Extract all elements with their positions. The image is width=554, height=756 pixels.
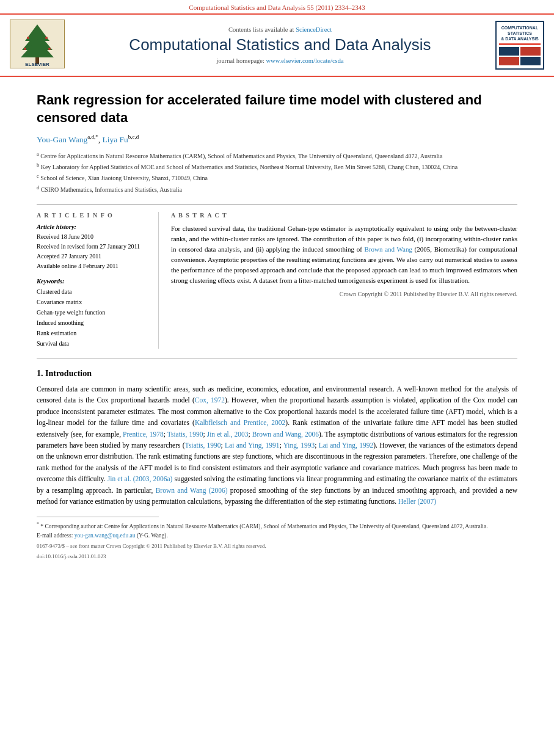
article-info-heading: A R T I C L E I N F O: [37, 212, 150, 219]
csda-cell-3: [499, 57, 519, 65]
abstract-heading: A B S T R A C T: [171, 212, 517, 219]
received-line: Received 18 June 2010: [37, 232, 150, 242]
footnote-divider: [37, 517, 159, 517]
doi-line: doi:10.1016/j.csda.2011.01.023: [37, 553, 517, 561]
keyword-3: Gehan-type weight function: [37, 307, 150, 318]
section1-title: 1. Introduction: [37, 369, 517, 379]
author1-name[interactable]: You-Gan Wang: [37, 135, 87, 144]
keyword-4: Induced smoothing: [37, 318, 150, 328]
svg-text:ELSEVIER: ELSEVIER: [25, 62, 49, 67]
author2-sup: b,c,d: [128, 134, 139, 140]
kalbfleisch-link[interactable]: Kalbfleisch and Prentice, 2002: [195, 419, 285, 426]
brown-wang-2006-link[interactable]: Brown and Wang, 2006: [252, 431, 319, 438]
footnote-corresponding: * * Corresponding author at: Centre for …: [37, 521, 517, 531]
lai-ying-1992-link[interactable]: Lai and Ying, 1992: [319, 442, 374, 449]
ying-1993-link[interactable]: Ying, 1993: [283, 442, 315, 449]
affiliation-d: d CSIRO Mathematics, Informatics and Sta…: [37, 184, 517, 194]
author1-sup: a,d,*: [87, 134, 98, 140]
footnote-email: E-mail address: you-gan.wang@uq.edu.au (…: [37, 531, 517, 540]
revised-line: Received in revised form 27 January 2011: [37, 242, 150, 252]
csda-logo-box: COMPUTATIONALSTATISTICS& DATA ANALYSIS: [495, 21, 544, 70]
svg-point-5: [27, 37, 29, 39]
csda-title: COMPUTATIONALSTATISTICS& DATA ANALYSIS: [501, 25, 539, 42]
abstract-text: For clustered survival data, the traditi…: [171, 224, 517, 286]
keywords-heading: Keywords:: [37, 278, 150, 285]
svg-point-7: [24, 48, 26, 50]
keyword-1: Clustered data: [37, 286, 150, 297]
top-citation-bar: Computational Statistics and Data Analys…: [0, 0, 554, 13]
issn-line: 0167-9473/$ – see front matter Crown Cop…: [37, 542, 517, 551]
keywords-list: Clustered data Covariance matrix Gehan-t…: [37, 286, 150, 349]
section1-body: Censored data are common in many scienti…: [37, 383, 517, 507]
keyword-2: Covariance matrix: [37, 297, 150, 307]
csda-cell-1: [499, 47, 519, 56]
paper-title: Rank regression for accelerated failure …: [37, 92, 517, 126]
accepted-line: Accepted 27 January 2011: [37, 252, 150, 261]
journal-homepage: journal homepage: www.elsevier.com/locat…: [72, 57, 488, 64]
csda-grid: [499, 47, 541, 65]
homepage-link[interactable]: www.elsevier.com/locate/csda: [266, 57, 344, 64]
sciencedirect-link[interactable]: ScienceDirect: [296, 26, 332, 33]
journal-center: Contents lists available at ScienceDirec…: [72, 26, 488, 64]
keyword-5: Rank estimation: [37, 328, 150, 338]
section-divider: [37, 358, 517, 359]
affiliation-c: c School of Science, Xian Jiaotong Unive…: [37, 173, 517, 183]
csda-red-bar: [499, 43, 541, 45]
article-info-col: A R T I C L E I N F O Article history: R…: [37, 212, 159, 349]
online-line: Available online 4 February 2011: [37, 261, 150, 271]
cox-1972-link[interactable]: Cox, 1972: [195, 396, 225, 404]
author2-name[interactable]: Liya Fu: [102, 135, 128, 144]
tsiatis-link[interactable]: Tsiatis, 1990: [167, 431, 203, 438]
authors-line: You-Gan Wanga,d,*, Liya Fub,c,d: [37, 134, 517, 145]
journal-title: Computational Statistics and Data Analys…: [72, 35, 488, 54]
footnote-area: * * Corresponding author at: Centre for …: [37, 521, 517, 561]
brown-wang-link[interactable]: Brown and Wang: [365, 245, 412, 253]
main-content: Rank regression for accelerated failure …: [0, 92, 554, 561]
elsevier-logo: ELSEVIER: [10, 20, 65, 71]
csda-cell-2: [520, 47, 541, 56]
contents-available: Contents lists available at ScienceDirec…: [72, 26, 488, 33]
brown-wang-2006b-link[interactable]: Brown and Wang (2006): [156, 487, 228, 494]
svg-point-8: [48, 48, 51, 50]
keyword-6: Survival data: [37, 338, 150, 349]
jin-2003-2006a-link[interactable]: Jin et al. (2003, 2006a): [108, 475, 173, 482]
email-link[interactable]: you-gan.wang@uq.edu.au: [75, 532, 136, 539]
svg-point-6: [45, 37, 48, 39]
affiliations: a Centre for Applications in Natural Res…: [37, 151, 517, 194]
abstract-col: A B S T R A C T For clustered survival d…: [171, 212, 517, 349]
citation-text: Computational Statistics and Data Analys…: [189, 4, 365, 11]
affiliation-b: b Key Laboratory for Applied Statistics …: [37, 162, 517, 172]
copyright-line: Crown Copyright © 2011 Published by Else…: [171, 291, 517, 297]
lai-ying-1991-link[interactable]: Lai and Ying, 1991: [225, 442, 280, 449]
affiliation-a: a Centre for Applications in Natural Res…: [37, 151, 517, 161]
article-info-abstract: A R T I C L E I N F O Article history: R…: [37, 204, 517, 349]
jin-2003-link[interactable]: Jin et al., 2003: [207, 431, 249, 438]
prentice-link[interactable]: Prentice, 1978: [123, 431, 164, 438]
csda-box: COMPUTATIONALSTATISTICS& DATA ANALYSIS: [495, 21, 544, 70]
journal-header: ELSEVIER Contents lists available at Sci…: [0, 13, 554, 77]
tsiatis-1990-link2[interactable]: Tsiatis, 1990: [185, 442, 221, 449]
history-heading: Article history:: [37, 224, 150, 230]
csda-cell-4: [520, 57, 541, 65]
heller-2007-link[interactable]: Heller (2007): [398, 498, 436, 505]
